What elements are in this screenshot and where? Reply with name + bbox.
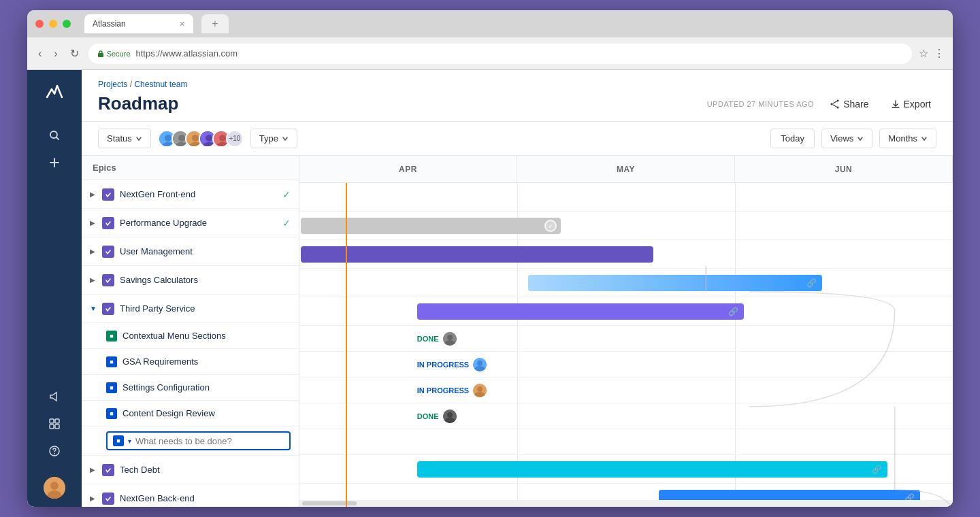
today-button[interactable]: Today xyxy=(770,129,815,148)
epic-name-tech: Tech Debt xyxy=(120,465,291,475)
epic-name-backend: NextGen Back-end xyxy=(120,493,291,503)
app-logo xyxy=(39,78,69,112)
sub-name-gsa: GSA Requirements xyxy=(122,356,198,367)
grid-icon[interactable] xyxy=(42,412,67,436)
svg-point-16 xyxy=(178,135,185,141)
updated-text: UPDATED 27 MINUTES AGO xyxy=(707,100,815,108)
sidebar xyxy=(27,70,82,507)
epic-row-third-party[interactable]: ▼ Third Party Service xyxy=(82,295,299,323)
new-item-input[interactable] xyxy=(135,436,284,446)
svg-rect-0 xyxy=(98,53,103,57)
forward-button[interactable]: › xyxy=(51,45,60,63)
timeline-row-input xyxy=(299,429,953,455)
expand-icon-savings[interactable]: ▶ xyxy=(90,276,99,284)
timeline-row-perf: ✓ xyxy=(299,212,953,240)
months-button[interactable]: Months xyxy=(879,129,936,148)
epic-row-user-mgmt[interactable]: ▶ User Management xyxy=(82,237,299,266)
url-box[interactable]: Secure https://www.atlassian.com xyxy=(88,44,912,64)
epic-icon-savings xyxy=(102,274,114,286)
scrollbar-thumb[interactable] xyxy=(302,501,357,505)
tech-bar: 🔗 xyxy=(417,461,887,478)
tab-close-icon[interactable]: ✕ xyxy=(179,20,185,29)
export-label: Export xyxy=(904,99,931,110)
help-icon[interactable] xyxy=(42,439,67,463)
sub-item-gsa[interactable]: ■ GSA Requirements xyxy=(82,349,299,375)
contextual-avatar xyxy=(443,332,457,346)
month-jun: JUN xyxy=(735,156,953,182)
new-tab-button[interactable]: + xyxy=(201,14,229,33)
timeline-row-nextgen xyxy=(299,183,953,212)
epic-row-nextgen-backend[interactable]: ▶ NextGen Back-end xyxy=(82,484,299,507)
expand-icon-third[interactable]: ▼ xyxy=(90,305,99,312)
back-button[interactable]: ‹ xyxy=(35,45,44,63)
horizontal-scrollbar[interactable] xyxy=(299,500,953,507)
svg-rect-5 xyxy=(55,424,59,429)
epic-row-performance[interactable]: ▶ Performance Upgrade ✓ xyxy=(82,209,299,237)
epic-icon-backend xyxy=(102,493,114,505)
secure-badge: Secure xyxy=(97,50,131,58)
status-filter[interactable]: Status xyxy=(98,129,151,148)
content-review-avatar xyxy=(443,410,457,423)
month-apr: APR xyxy=(299,156,517,182)
close-button[interactable] xyxy=(35,20,44,28)
header-actions: UPDATED 27 MINUTES AGO Share Export xyxy=(707,96,936,112)
type-filter[interactable]: Type xyxy=(250,129,297,148)
search-icon[interactable] xyxy=(42,123,67,148)
svg-point-18 xyxy=(192,135,199,141)
export-button[interactable]: Export xyxy=(885,96,936,112)
epic-row-nextgen-frontend[interactable]: ▶ NextGen Front-end ✓ xyxy=(82,180,299,209)
timeline-row-user xyxy=(299,240,953,269)
expand-icon-tech[interactable]: ▶ xyxy=(90,466,99,473)
minimize-button[interactable] xyxy=(49,20,57,28)
expand-icon-perf[interactable]: ▶ xyxy=(90,219,99,227)
timeline-row-content-review: DONE xyxy=(299,403,953,429)
reload-button[interactable]: ↻ xyxy=(67,44,82,63)
content-review-status: DONE xyxy=(417,410,457,423)
epic-row-tech-debt[interactable]: ▶ Tech Debt xyxy=(82,456,299,484)
input-row: ■ ▾ xyxy=(82,427,299,456)
epic-icon-nextgen xyxy=(102,188,114,201)
team-link[interactable]: Chestnut team xyxy=(134,80,187,89)
sub-icon-content: ■ xyxy=(106,408,117,419)
expand-icon-backend[interactable]: ▶ xyxy=(90,495,99,502)
epic-icon-tech xyxy=(102,464,114,476)
month-may: MAY xyxy=(517,156,735,182)
svg-point-30 xyxy=(447,412,453,418)
svg-point-20 xyxy=(206,135,212,141)
share-button[interactable]: Share xyxy=(825,96,874,112)
settings-status: IN PROGRESS xyxy=(417,384,487,397)
user-avatar[interactable] xyxy=(44,477,65,499)
expand-icon-user[interactable]: ▶ xyxy=(90,248,99,255)
bookmark-icon[interactable]: ☆ xyxy=(919,47,928,60)
sub-name-contextual: Contextual Menu Sections xyxy=(122,331,226,341)
menu-icon[interactable]: ⋮ xyxy=(934,47,945,60)
svg-point-11 xyxy=(837,106,839,108)
epic-name-user: User Management xyxy=(120,246,291,256)
epic-icon-user xyxy=(102,246,114,258)
input-box[interactable]: ■ ▾ xyxy=(106,431,291,450)
tab-label: Atlassian xyxy=(93,19,126,29)
dropdown-arrow[interactable]: ▾ xyxy=(128,437,131,445)
sub-icon-settings: ■ xyxy=(106,382,117,393)
epics-header: Epics xyxy=(82,156,299,180)
epic-name-perf: Performance Upgrade xyxy=(120,218,282,228)
views-button[interactable]: Views xyxy=(821,129,872,148)
avatar-group: +10 xyxy=(158,130,244,148)
epic-row-savings[interactable]: ▶ Savings Calculators xyxy=(82,266,299,295)
expand-icon[interactable]: ▶ xyxy=(90,190,99,198)
browser-tab[interactable]: Atlassian ✕ xyxy=(84,14,193,33)
add-icon[interactable] xyxy=(42,150,67,175)
svg-point-28 xyxy=(477,386,483,392)
user-bar xyxy=(301,246,653,263)
timeline-months: APR MAY JUN xyxy=(299,156,953,183)
sub-item-contextual[interactable]: ■ Contextual Menu Sections xyxy=(82,323,299,349)
sub-item-content[interactable]: ■ Content Design Review xyxy=(82,401,299,427)
svg-point-14 xyxy=(165,135,172,141)
page-header: Projects / Chestnut team Roadmap UPDATED… xyxy=(82,70,953,122)
svg-point-24 xyxy=(447,335,453,340)
sub-item-settings[interactable]: ■ Settings Configuration xyxy=(82,375,299,401)
projects-link[interactable]: Projects xyxy=(98,80,127,89)
megaphone-icon[interactable] xyxy=(42,384,67,409)
maximize-button[interactable] xyxy=(63,20,71,28)
epic-name-savings: Savings Calculators xyxy=(120,275,291,285)
